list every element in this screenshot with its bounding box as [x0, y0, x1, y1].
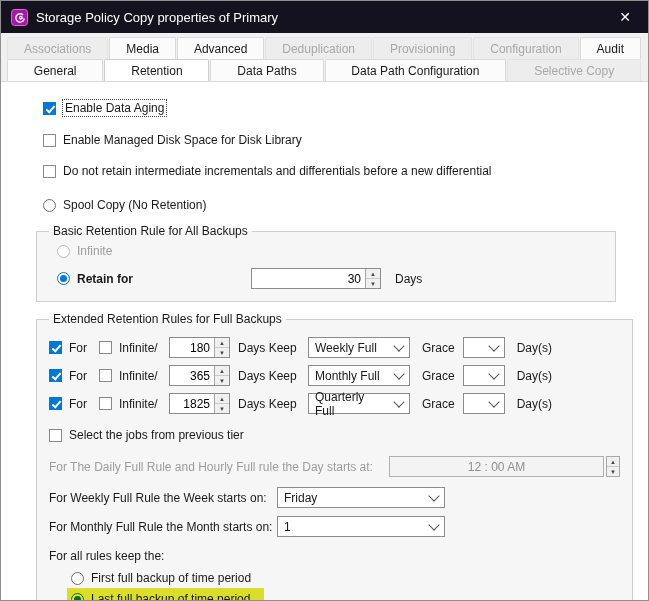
ext1-days-keep-label: Days Keep	[238, 341, 298, 355]
tab-row-2: General Retention Data Paths Data Path C…	[7, 59, 642, 81]
week-start-dropdown[interactable]: Friday	[277, 487, 445, 508]
spin-down-icon[interactable]: ▼	[215, 348, 229, 357]
month-start-dropdown[interactable]: 1	[277, 516, 445, 537]
keep-rules-label: For all rules keep the:	[49, 549, 164, 563]
day-start-time-field: 12 : 00 AM	[389, 456, 604, 477]
managed-disk-space-checkbox[interactable]	[43, 134, 56, 147]
ext2-grace-dropdown[interactable]	[463, 365, 505, 386]
select-jobs-checkbox[interactable]	[49, 429, 62, 442]
chevron-down-icon	[393, 340, 404, 351]
enable-data-aging-row: Enable Data Aging	[43, 100, 634, 116]
spin-up-icon[interactable]: ▲	[607, 457, 619, 467]
ext1-days-field: ▲ ▼	[169, 337, 230, 358]
tab-data-path-configuration[interactable]: Data Path Configuration	[325, 59, 507, 81]
ext3-infinite-label: Infinite/	[119, 397, 169, 411]
ext2-days-field: ▲ ▼	[169, 365, 230, 386]
managed-disk-space-row: Enable Managed Disk Space for Disk Libra…	[43, 133, 634, 147]
spin-up-icon[interactable]: ▲	[215, 338, 229, 348]
ext3-cycle-dropdown[interactable]: Quarterly Full	[308, 393, 410, 414]
no-intermediate-label: Do not retain intermediate incrementals …	[63, 164, 491, 178]
ext1-infinite-label: Infinite/	[119, 341, 169, 355]
ext2-days-input[interactable]	[170, 366, 214, 385]
ext3-grace-dropdown[interactable]	[463, 393, 505, 414]
spin-up-icon[interactable]: ▲	[215, 366, 229, 376]
spool-copy-row: Spool Copy (No Retention)	[43, 198, 634, 212]
ext3-for-checkbox[interactable]	[49, 397, 62, 410]
ext2-unit-label: Day(s)	[517, 369, 552, 383]
day-start-row: For The Daily Full Rule and Hourly Full …	[49, 456, 620, 477]
tab-advanced[interactable]: Advanced	[177, 37, 264, 59]
ext1-days-spinner: ▲ ▼	[214, 338, 229, 357]
first-full-radio[interactable]	[71, 572, 84, 585]
no-intermediate-checkbox[interactable]	[43, 165, 56, 178]
first-full-label: First full backup of time period	[91, 571, 251, 585]
last-full-label: Last full backup of time period	[91, 592, 250, 601]
storage-policy-icon	[11, 9, 28, 26]
close-icon[interactable]: ✕	[612, 9, 638, 25]
spin-up-icon[interactable]: ▲	[215, 394, 229, 404]
tab-deduplication: Deduplication	[265, 37, 372, 59]
spool-copy-radio[interactable]	[43, 199, 56, 212]
ext2-for-label: For	[69, 369, 99, 383]
week-start-row: For Weekly Full Rule the Week starts on:…	[49, 487, 620, 508]
ext1-infinite-checkbox[interactable]	[99, 341, 112, 354]
chevron-down-icon	[393, 368, 404, 379]
select-jobs-label: Select the jobs from previous tier	[69, 428, 244, 442]
ext3-cycle-value: Quarterly Full	[315, 390, 387, 418]
chevron-down-icon	[428, 519, 439, 530]
ext2-infinite-label: Infinite/	[119, 369, 169, 383]
ext2-days-spinner: ▲ ▼	[214, 366, 229, 385]
enable-data-aging-label: Enable Data Aging	[63, 100, 166, 116]
tab-configuration: Configuration	[473, 37, 578, 59]
spin-up-icon[interactable]: ▲	[366, 269, 380, 279]
tab-audit[interactable]: Audit	[580, 37, 641, 59]
ext3-days-spinner: ▲ ▼	[214, 394, 229, 413]
spin-down-icon[interactable]: ▼	[607, 467, 619, 476]
enable-data-aging-checkbox[interactable]	[43, 102, 56, 115]
week-start-value: Friday	[284, 491, 317, 505]
retention-tab-content: Enable Data Aging Enable Managed Disk Sp…	[1, 81, 648, 601]
ext1-grace-dropdown[interactable]	[463, 337, 505, 358]
ext2-days-keep-label: Days Keep	[238, 369, 298, 383]
ext2-for-checkbox[interactable]	[49, 369, 62, 382]
ext2-infinite-checkbox[interactable]	[99, 369, 112, 382]
tab-data-paths[interactable]: Data Paths	[210, 59, 323, 81]
ext1-cycle-dropdown[interactable]: Weekly Full	[308, 337, 410, 358]
ext3-days-field: ▲ ▼	[169, 393, 230, 414]
ext2-cycle-dropdown[interactable]: Monthly Full	[308, 365, 410, 386]
spin-down-icon[interactable]: ▼	[215, 376, 229, 385]
tab-provisioning: Provisioning	[373, 37, 472, 59]
retain-for-row: Retain for ▲ ▼ Days	[57, 268, 603, 289]
ext3-infinite-checkbox[interactable]	[99, 397, 112, 410]
extended-rule-row: For Infinite/ ▲ ▼ Days Keep Weekly Full …	[49, 337, 620, 358]
tab-retention[interactable]: Retention	[104, 59, 209, 81]
tab-strip: Associations Media Advanced Deduplicatio…	[1, 33, 648, 81]
ext1-for-checkbox[interactable]	[49, 341, 62, 354]
retain-for-label: Retain for	[77, 272, 133, 286]
extended-rule-row: For Infinite/ ▲ ▼ Days Keep Quarterly Fu…	[49, 393, 620, 414]
extended-retention-title: Extended Retention Rules for Full Backup…	[49, 312, 286, 326]
tab-associations: Associations	[7, 37, 108, 59]
days-label: Days	[395, 272, 422, 286]
week-start-label: For Weekly Full Rule the Week starts on:	[49, 491, 277, 505]
day-start-spinner: ▲ ▼	[606, 456, 620, 477]
month-start-label: For Monthly Full Rule the Month starts o…	[49, 520, 277, 534]
retain-for-radio[interactable]	[57, 272, 70, 285]
tab-general[interactable]: General	[7, 59, 103, 81]
last-full-radio[interactable]	[71, 593, 84, 601]
window-title: Storage Policy Copy properties of Primar…	[36, 10, 604, 25]
day-start-time-value: 12 : 00 AM	[468, 460, 525, 474]
ext3-unit-label: Day(s)	[517, 397, 552, 411]
retain-days-field: ▲ ▼	[251, 268, 381, 289]
infinite-radio	[57, 245, 70, 258]
ext1-days-input[interactable]	[170, 338, 214, 357]
spool-copy-label: Spool Copy (No Retention)	[63, 198, 206, 212]
retain-days-input[interactable]	[252, 269, 365, 288]
spin-down-icon[interactable]: ▼	[215, 404, 229, 413]
ext3-days-keep-label: Days Keep	[238, 397, 298, 411]
chevron-down-icon	[488, 396, 499, 407]
last-full-highlight-wrap: Last full backup of time period	[67, 588, 264, 601]
ext3-days-input[interactable]	[170, 394, 214, 413]
spin-down-icon[interactable]: ▼	[366, 279, 380, 288]
tab-media[interactable]: Media	[109, 37, 176, 59]
